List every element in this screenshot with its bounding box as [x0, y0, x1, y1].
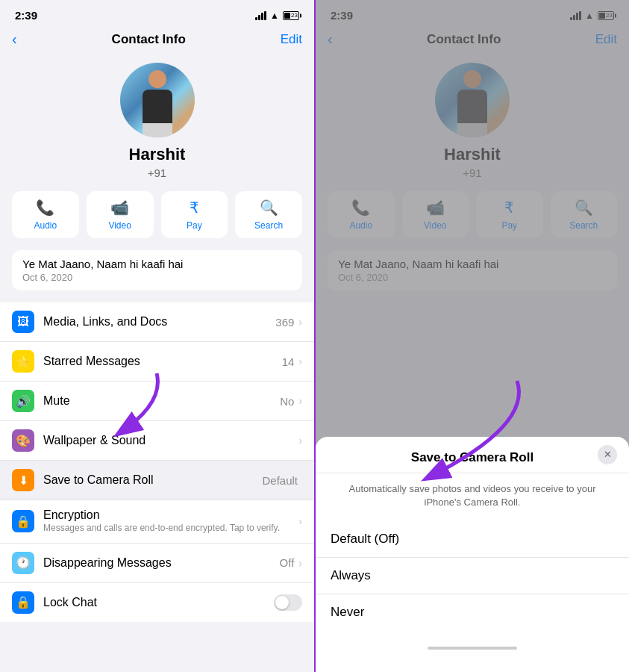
disappearing-icon: 🕐	[12, 552, 34, 574]
disappearing-title: Disappearing Messages	[43, 556, 280, 570]
starred-content: Starred Messages	[43, 355, 282, 368]
option-never[interactable]: Never	[316, 594, 629, 630]
status-bar-left: 2:39 ▲ 23	[0, 0, 314, 26]
profile-section-left: Harshit +91	[0, 55, 314, 191]
encryption-title: Encryption	[43, 508, 298, 522]
starred-value: 14	[282, 355, 295, 368]
settings-media[interactable]: 🖼 Media, Links, and Docs 369 ›	[0, 302, 314, 342]
home-indicator-right	[428, 647, 517, 650]
settings-camera-roll[interactable]: ⬇ Save to Camera Roll Default	[0, 461, 314, 500]
contact-name-left: Harshit	[129, 145, 186, 164]
modal-description: Automatically save photos and videos you…	[316, 473, 629, 515]
video-icon: 📹	[110, 199, 129, 217]
signal-bar-4	[264, 11, 266, 20]
modal-options: Default (Off) Always Never	[316, 515, 629, 636]
settings-encryption[interactable]: 🔒 Encryption Messages and calls are end-…	[0, 500, 314, 544]
wallpaper-icon: 🎨	[12, 429, 34, 452]
avatar-body	[143, 90, 172, 123]
disappearing-value: Off	[280, 556, 295, 569]
option-default[interactable]: Default (Off)	[316, 521, 629, 558]
close-icon: ✕	[604, 449, 612, 460]
search-label-left: Search	[254, 220, 283, 231]
page-title-left: Contact Info	[112, 32, 186, 47]
settings-wallpaper[interactable]: 🎨 Wallpaper & Sound ›	[0, 421, 314, 461]
header-left: ‹ Contact Info Edit	[0, 26, 314, 55]
lock-chat-content: Lock Chat	[43, 596, 274, 609]
info-date-left: Oct 6, 2020	[22, 272, 292, 283]
battery-text-left: 23	[291, 12, 298, 19]
modal-sheet: Save to Camera Roll ✕ Automatically save…	[316, 437, 629, 672]
action-buttons-left: 📞 Audio 📹 Video ₹ Pay 🔍 Search	[0, 191, 314, 238]
back-button-left[interactable]: ‹	[12, 31, 17, 48]
starred-chevron: ›	[298, 355, 302, 367]
audio-label: Audio	[34, 220, 57, 231]
wifi-icon-left: ▲	[270, 10, 279, 21]
media-title: Media, Links, and Docs	[43, 315, 275, 329]
settings-lock-chat[interactable]: 🔒 Lock Chat	[0, 583, 314, 622]
status-icons-left: ▲ 23	[255, 10, 299, 21]
settings-mute[interactable]: 🔊 Mute No ›	[0, 382, 314, 421]
lock-chat-icon: 🔒	[12, 591, 34, 614]
media-chevron: ›	[298, 316, 302, 328]
right-panel: 2:39 ▲ 23 ‹ Contact Info Edit Harshi	[314, 0, 629, 672]
camera-roll-content: Save to Camera Roll	[43, 473, 262, 487]
mute-chevron: ›	[298, 395, 302, 407]
avatar-head	[148, 70, 166, 88]
media-icon: 🖼	[12, 311, 34, 333]
disappearing-content: Disappearing Messages	[43, 556, 280, 570]
audio-button-left[interactable]: 📞 Audio	[12, 191, 79, 238]
modal-close-button[interactable]: ✕	[598, 445, 617, 464]
media-value: 369	[275, 316, 294, 329]
mute-value: No	[280, 395, 294, 408]
option-always[interactable]: Always	[316, 558, 629, 594]
modal-title: Save to Camera Roll	[411, 450, 533, 465]
toggle-knob	[275, 596, 289, 609]
settings-list-left: 🖼 Media, Links, and Docs 369 › ⭐ Starred…	[0, 302, 314, 622]
signal-bar-1	[255, 17, 257, 20]
video-button-left[interactable]: 📹 Video	[87, 191, 154, 238]
mute-title: Mute	[43, 394, 280, 408]
left-panel: 2:39 ▲ 23 ‹ Contact Info Edit Harshi	[0, 0, 314, 672]
pay-label: Pay	[187, 220, 202, 231]
info-section-left: Ye Mat Jaano, Naam hi kaafi hai Oct 6, 2…	[12, 250, 302, 290]
avatar-left	[120, 63, 195, 137]
battery-icon-left: 23	[283, 11, 299, 20]
pay-button-left[interactable]: ₹ Pay	[161, 191, 228, 238]
encryption-icon: 🔒	[12, 510, 34, 532]
pay-icon: ₹	[190, 199, 199, 217]
starred-title: Starred Messages	[43, 355, 282, 368]
mute-content: Mute	[43, 394, 280, 408]
settings-starred[interactable]: ⭐ Starred Messages 14 ›	[0, 342, 314, 382]
search-icon-left: 🔍	[260, 199, 278, 217]
encryption-content: Encryption Messages and calls are end-to…	[43, 508, 298, 535]
edit-button-left[interactable]: Edit	[281, 32, 302, 47]
info-title-left: Ye Mat Jaano, Naam hi kaafi hai	[22, 258, 292, 270]
wallpaper-title: Wallpaper & Sound	[43, 434, 298, 447]
mute-icon: 🔊	[12, 390, 34, 412]
lock-chat-toggle[interactable]	[274, 594, 302, 611]
signal-bar-2	[258, 15, 260, 20]
starred-icon: ⭐	[12, 350, 34, 373]
lock-chat-title: Lock Chat	[43, 596, 274, 609]
search-button-left[interactable]: 🔍 Search	[235, 191, 302, 238]
camera-roll-title: Save to Camera Roll	[43, 473, 262, 487]
video-label: Video	[108, 220, 131, 231]
modal-header: Save to Camera Roll ✕	[316, 437, 629, 473]
camera-roll-value: Default	[262, 474, 298, 487]
audio-icon: 📞	[36, 199, 54, 217]
signal-bars-left	[255, 11, 266, 20]
status-time-left: 2:39	[15, 9, 37, 22]
disappearing-chevron: ›	[298, 557, 302, 569]
avatar-legs	[143, 123, 172, 137]
camera-roll-icon: ⬇	[12, 469, 34, 491]
encryption-subtitle: Messages and calls are end-to-end encryp…	[43, 523, 298, 535]
signal-bar-3	[261, 13, 263, 20]
contact-phone-left: +91	[148, 167, 166, 179]
battery-fill-left	[284, 13, 290, 19]
wallpaper-chevron: ›	[298, 435, 302, 447]
wallpaper-content: Wallpaper & Sound	[43, 434, 298, 447]
encryption-chevron: ›	[298, 515, 302, 527]
media-content: Media, Links, and Docs	[43, 315, 275, 329]
settings-disappearing[interactable]: 🕐 Disappearing Messages Off ›	[0, 544, 314, 583]
